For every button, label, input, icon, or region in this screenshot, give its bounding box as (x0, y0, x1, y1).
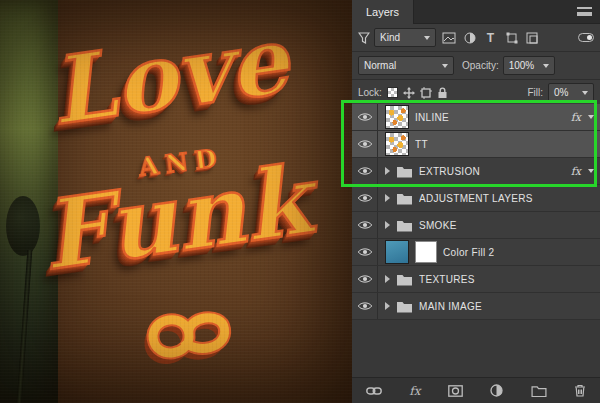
visibility-eye-icon[interactable] (352, 185, 378, 211)
lock-move-icon[interactable] (403, 87, 415, 99)
layer-name[interactable]: EXTRUSION (419, 166, 480, 177)
folder-icon (396, 192, 413, 205)
lock-row: Lock: Fill: 0% (352, 80, 600, 106)
lock-label: Lock: (358, 87, 382, 98)
filter-adjustment-layers-icon[interactable] (461, 30, 478, 45)
blend-mode-value: Normal (364, 60, 396, 71)
layer-row-color-fill-2[interactable]: Color Fill 2 (352, 239, 600, 266)
layer-list: INLINE fx TT (352, 104, 600, 377)
kind-label: Kind (380, 32, 400, 43)
fill-label: Fill: (527, 87, 543, 98)
blend-mode-dropdown[interactable]: Normal (358, 56, 454, 75)
group-expand-icon[interactable] (385, 167, 390, 175)
add-layer-style-icon[interactable]: fx (409, 384, 420, 398)
layer-row-tt[interactable]: TT (352, 131, 600, 158)
visibility-eye-icon[interactable] (352, 131, 378, 157)
filter-row: Kind T (352, 24, 600, 52)
layer-row-main-image[interactable]: MAIN IMAGE (352, 293, 600, 320)
panel-bottom-toolbar: fx (352, 377, 600, 403)
fill-dropdown[interactable]: 0% (548, 83, 594, 102)
panel-menu-icon[interactable] (577, 7, 592, 16)
layer-name[interactable]: Color Fill 2 (443, 247, 494, 258)
new-adjustment-layer-icon[interactable] (490, 384, 503, 397)
swash-ornament-icon (108, 286, 267, 384)
filter-toggle-switch[interactable] (578, 33, 594, 42)
layers-panel: Layers Kind T (352, 0, 600, 403)
artwork-word-funk: Funk (35, 144, 318, 291)
opacity-dropdown[interactable]: 100% (503, 56, 555, 75)
delete-layer-icon[interactable] (574, 384, 586, 397)
filter-funnel-icon (358, 32, 370, 44)
folder-icon (396, 165, 413, 178)
layer-name[interactable]: SMOKE (419, 220, 457, 231)
group-expand-icon[interactable] (385, 275, 390, 283)
filter-pixel-layers-icon[interactable] (440, 30, 457, 45)
document-canvas[interactable]: Love AND Funk (0, 0, 352, 403)
kind-filter-dropdown[interactable]: Kind (374, 28, 436, 47)
fill-value: 0% (554, 87, 568, 98)
layer-row-textures[interactable]: TEXTURES (352, 266, 600, 293)
group-expand-icon[interactable] (385, 194, 390, 202)
fx-badge[interactable]: fx (571, 165, 594, 178)
blend-row: Normal Opacity: 100% (352, 52, 600, 80)
visibility-eye-icon[interactable] (352, 266, 378, 292)
layer-row-extrusion[interactable]: EXTRUSION fx (352, 158, 600, 185)
add-layer-mask-icon[interactable] (448, 385, 463, 397)
lock-all-icon[interactable] (437, 87, 448, 99)
layer-name[interactable]: TT (415, 139, 428, 150)
new-group-icon[interactable] (531, 385, 547, 397)
layer-row-adjustment-layers[interactable]: ADJUSTMENT LAYERS (352, 185, 600, 212)
lock-transparency-icon[interactable] (387, 87, 398, 98)
layer-thumbnail[interactable] (385, 105, 409, 129)
fill-color-thumbnail[interactable] (385, 240, 409, 264)
visibility-eye-icon[interactable] (352, 104, 378, 130)
layer-name[interactable]: MAIN IMAGE (419, 301, 482, 312)
fx-badge[interactable]: fx (571, 111, 594, 124)
filter-smart-objects-icon[interactable] (524, 30, 541, 45)
layer-row-smoke[interactable]: SMOKE (352, 212, 600, 239)
folder-icon (396, 300, 413, 313)
group-expand-icon[interactable] (385, 221, 390, 229)
visibility-eye-icon[interactable] (352, 293, 378, 319)
visibility-eye-icon[interactable] (352, 212, 378, 238)
group-expand-icon[interactable] (385, 302, 390, 310)
panel-tab-bar: Layers (352, 0, 600, 24)
layer-thumbnail[interactable] (385, 132, 409, 156)
opacity-value: 100% (509, 60, 535, 71)
visibility-eye-icon[interactable] (352, 158, 378, 184)
layer-row-inline[interactable]: INLINE fx (352, 104, 600, 131)
folder-icon (396, 273, 413, 286)
layer-mask-thumbnail[interactable] (415, 241, 437, 263)
typography-artwork: Love AND Funk (0, 0, 352, 403)
opacity-label: Opacity: (462, 60, 499, 71)
layer-name[interactable]: INLINE (415, 112, 449, 123)
link-layers-icon[interactable] (366, 386, 382, 396)
layer-name[interactable]: TEXTURES (419, 274, 475, 285)
layer-name[interactable]: ADJUSTMENT LAYERS (419, 193, 533, 204)
folder-icon (396, 219, 413, 232)
artwork-word-love: Love (43, 6, 294, 146)
filter-type-layers-icon[interactable]: T (482, 30, 499, 45)
filter-shape-layers-icon[interactable] (503, 30, 520, 45)
screenshot-root: Love AND Funk Layers Kind (0, 0, 600, 403)
visibility-eye-icon[interactable] (352, 239, 378, 265)
tab-layers[interactable]: Layers (352, 0, 414, 24)
lock-artboard-icon[interactable] (420, 87, 432, 99)
